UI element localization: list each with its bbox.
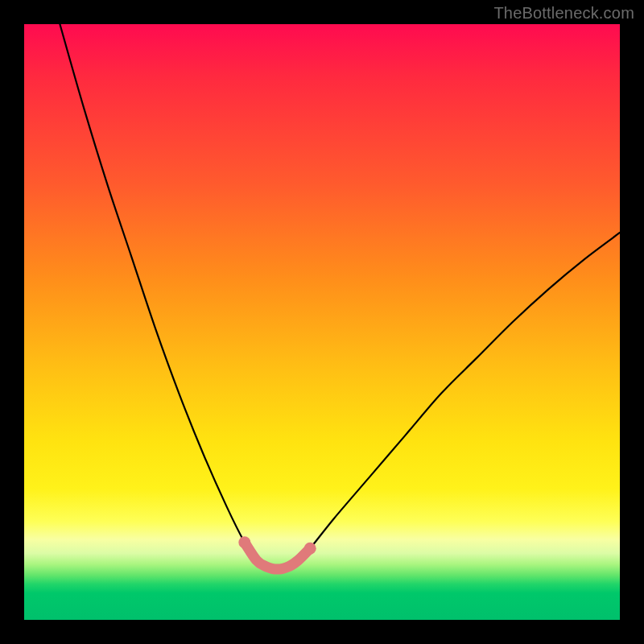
bottleneck-curve [60, 24, 620, 569]
optimal-zone-dot [238, 536, 250, 548]
optimal-zone-dot [304, 543, 316, 555]
chart-svg [24, 24, 620, 620]
optimal-zone-segment [245, 543, 310, 569]
chart-frame [24, 24, 620, 620]
watermark-text: TheBottleneck.com [493, 4, 634, 23]
